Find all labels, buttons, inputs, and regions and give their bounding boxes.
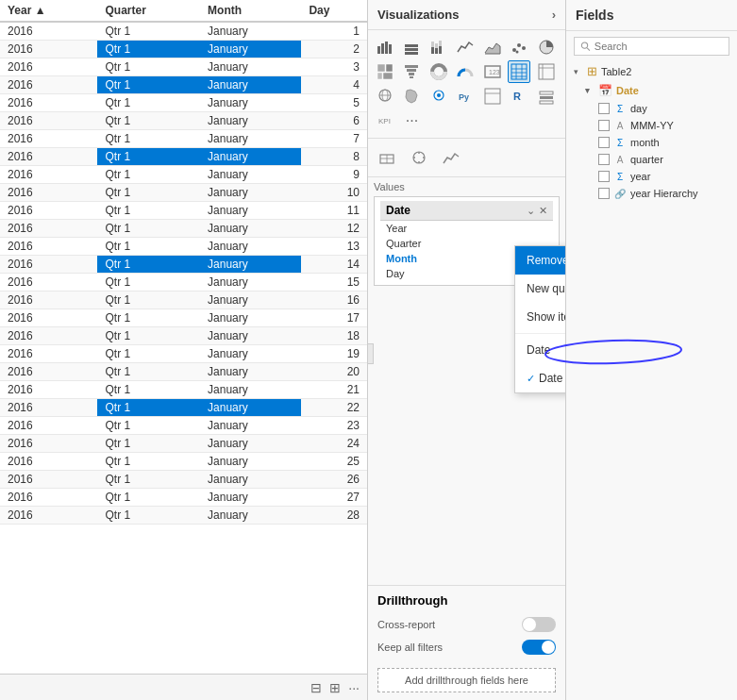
table-row[interactable]: 2016Qtr 1January9 bbox=[0, 166, 367, 184]
table-row[interactable]: 2016Qtr 1January23 bbox=[0, 417, 367, 435]
date-field-close-icon[interactable]: ✕ bbox=[539, 205, 547, 217]
table-row[interactable]: 2016Qtr 1January6 bbox=[0, 112, 367, 130]
tree-field-month[interactable]: Σ month bbox=[570, 134, 733, 151]
table-row[interactable]: 2016Qtr 1January18 bbox=[0, 327, 367, 345]
search-input[interactable] bbox=[595, 41, 723, 52]
table-row[interactable]: 2016Qtr 1January19 bbox=[0, 345, 367, 363]
table-row[interactable]: 2016Qtr 1January28 bbox=[0, 507, 367, 525]
pie-chart-icon[interactable] bbox=[535, 36, 558, 58]
table-row[interactable]: 2016Qtr 1January5 bbox=[0, 94, 367, 112]
py-icon[interactable]: Py bbox=[454, 85, 477, 108]
matrix-icon[interactable] bbox=[535, 60, 558, 83]
fields-tree: ▾ ⊞ Table2 ▾ 📅 Date Σ day A MMM-YY Σ mon… bbox=[566, 61, 737, 700]
tree-field-year-hierarchy[interactable]: 🔗 year Hierarchy bbox=[570, 185, 733, 202]
keep-filters-label: Keep all filters bbox=[377, 642, 443, 653]
keep-filters-knob bbox=[542, 641, 555, 654]
table-row[interactable]: 2016Qtr 1January12 bbox=[0, 220, 367, 238]
mmm-yy-icon: A bbox=[613, 121, 627, 131]
donut-icon[interactable] bbox=[427, 60, 450, 83]
table-row[interactable]: 2016Qtr 1January26 bbox=[0, 471, 367, 489]
svg-rect-2 bbox=[385, 42, 388, 54]
quarter-checkbox[interactable] bbox=[598, 154, 610, 165]
add-drillthrough-btn[interactable]: Add drillthrough fields here bbox=[377, 668, 556, 692]
kpi-icon[interactable]: KPI bbox=[374, 109, 396, 132]
table-row[interactable]: 2016Qtr 1January15 bbox=[0, 274, 367, 292]
tree-table2[interactable]: ▾ ⊞ Table2 bbox=[570, 61, 733, 81]
table-row[interactable]: 2016Qtr 1January11 bbox=[0, 202, 367, 220]
line-chart-icon[interactable] bbox=[454, 36, 477, 58]
month-checkbox[interactable] bbox=[598, 137, 610, 148]
map-icon[interactable] bbox=[374, 85, 396, 108]
table-row[interactable]: 2016Qtr 1January22 bbox=[0, 399, 367, 417]
table-row[interactable]: 2016Qtr 1January3 bbox=[0, 58, 367, 76]
filters-tab[interactable]: Filters bbox=[368, 343, 374, 364]
table2-icon[interactable] bbox=[481, 85, 504, 108]
table-row[interactable]: 2016Qtr 1January7 bbox=[0, 130, 367, 148]
visualizations-panel: Filters Visualizations › bbox=[368, 0, 566, 700]
paintbrush-icon[interactable] bbox=[374, 144, 400, 171]
expand-icon[interactable]: › bbox=[552, 8, 556, 22]
r-icon[interactable]: R bbox=[508, 85, 530, 108]
svg-rect-1 bbox=[381, 43, 384, 54]
azure-map-icon[interactable] bbox=[427, 85, 450, 108]
col-day[interactable]: Day bbox=[301, 0, 367, 22]
context-new-quick-measure[interactable]: New quick measure bbox=[515, 275, 566, 303]
date-field-header: Date ⌄ ✕ bbox=[380, 201, 553, 221]
table-viz-icon[interactable] bbox=[508, 60, 530, 83]
funnel-icon[interactable] bbox=[400, 60, 423, 83]
column-chart-icon[interactable] bbox=[400, 36, 423, 58]
treemap-icon[interactable] bbox=[374, 60, 396, 83]
table-row[interactable]: 2016Qtr 1January20 bbox=[0, 363, 367, 381]
filter-icon[interactable]: ⊟ bbox=[310, 680, 322, 695]
bar-chart-icon[interactable] bbox=[374, 36, 396, 58]
col-quarter[interactable]: Quarter bbox=[97, 0, 200, 22]
tree-field-year[interactable]: Σ year bbox=[570, 168, 733, 185]
table-row[interactable]: 2016Qtr 1January4 bbox=[0, 76, 367, 94]
table-row[interactable]: 2016Qtr 1January10 bbox=[0, 184, 367, 202]
tree-date-group[interactable]: ▾ 📅 Date bbox=[570, 81, 733, 100]
table-row[interactable]: 2016Qtr 1January8 bbox=[0, 148, 367, 166]
day-checkbox[interactable] bbox=[598, 103, 610, 114]
table-row[interactable]: 2016Qtr 1January17 bbox=[0, 309, 367, 327]
slicer-icon[interactable] bbox=[535, 85, 558, 108]
scatter-chart-icon[interactable] bbox=[508, 36, 530, 58]
col-year[interactable]: Year ▲ bbox=[0, 0, 97, 22]
context-remove-field[interactable]: Remove field bbox=[515, 246, 566, 275]
context-date-hierarchy[interactable]: ✓ Date Hierarchy bbox=[515, 364, 566, 392]
cross-report-toggle[interactable] bbox=[522, 617, 556, 632]
table-row[interactable]: 2016Qtr 1January21 bbox=[0, 381, 367, 399]
table-row[interactable]: 2016Qtr 1January2 bbox=[0, 41, 367, 58]
year-checkbox[interactable] bbox=[598, 171, 610, 182]
keep-filters-toggle[interactable] bbox=[522, 640, 556, 655]
card-icon[interactable]: 123 bbox=[481, 60, 504, 83]
table-icon[interactable]: ⊞ bbox=[329, 680, 341, 695]
stacked-bar-icon[interactable] bbox=[427, 36, 450, 58]
area-chart-icon[interactable] bbox=[481, 36, 504, 58]
more-visuals-icon[interactable]: ··· bbox=[400, 109, 423, 132]
col-month[interactable]: Month bbox=[200, 0, 301, 22]
gauge-icon[interactable] bbox=[454, 60, 477, 83]
table-row[interactable]: 2016Qtr 1January13 bbox=[0, 238, 367, 256]
context-date[interactable]: Date bbox=[515, 336, 566, 364]
analytics-icon[interactable] bbox=[438, 144, 464, 171]
tree-field-day[interactable]: Σ day bbox=[570, 100, 733, 117]
search-box[interactable] bbox=[574, 37, 729, 56]
table-scroll-container[interactable]: Year ▲ Quarter Month Day 2016Qtr 1Januar… bbox=[0, 0, 367, 672]
table-row[interactable]: 2016Qtr 1January16 bbox=[0, 292, 367, 309]
tree-field-mmm-yy[interactable]: A MMM-YY bbox=[570, 117, 733, 134]
more-icon[interactable]: ··· bbox=[348, 680, 360, 695]
context-divider bbox=[515, 333, 566, 334]
table-row[interactable]: 2016Qtr 1January27 bbox=[0, 489, 367, 507]
table-row[interactable]: 2016Qtr 1January24 bbox=[0, 435, 367, 453]
mmm-yy-checkbox[interactable] bbox=[598, 120, 610, 131]
table-row[interactable]: 2016Qtr 1January14 bbox=[0, 256, 367, 274]
filled-map-icon[interactable] bbox=[400, 85, 423, 108]
year-hierarchy-checkbox[interactable] bbox=[598, 188, 610, 199]
svg-rect-50 bbox=[540, 101, 553, 104]
tree-field-quarter[interactable]: A quarter bbox=[570, 151, 733, 168]
context-show-items[interactable]: Show items with no data bbox=[515, 303, 566, 331]
table-row[interactable]: 2016Qtr 1January25 bbox=[0, 453, 367, 471]
table-row[interactable]: 2016Qtr 1January1 bbox=[0, 22, 367, 41]
date-field-collapse-icon[interactable]: ⌄ bbox=[527, 205, 535, 217]
format-icon[interactable] bbox=[406, 144, 432, 171]
